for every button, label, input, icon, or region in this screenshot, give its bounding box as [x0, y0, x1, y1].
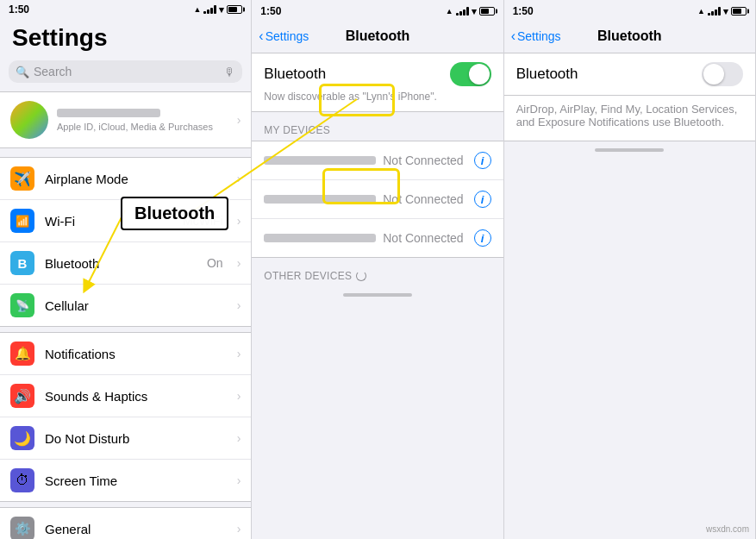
device-status-3: Not Connected [383, 231, 463, 245]
search-bar[interactable]: 🔍 Search 🎙 [0, 55, 251, 88]
nav-title-2: Bluetooth [346, 28, 410, 44]
device-info-btn-1[interactable]: i [474, 152, 491, 169]
bt-discoverable-text: Now discoverable as "Lynn's iPhone". [264, 91, 490, 103]
location-icon-2: ▲ [446, 7, 453, 16]
general-label: General [45, 522, 227, 536]
bt-toggle-row-off: Bluetooth [516, 62, 743, 86]
profile-subtitle: Apple ID, iCloud, Media & Purchases [57, 122, 228, 132]
device-row-3[interactable]: Not Connected i [252, 219, 503, 257]
search-input-wrap[interactable]: 🔍 Search 🎙 [9, 60, 242, 83]
cellular-label: Cellular [45, 298, 227, 313]
bt-toggle-row-on: Bluetooth [264, 62, 490, 86]
bt-toggle-label-off: Bluetooth [516, 66, 578, 83]
wifi-icon-3: ▾ [723, 6, 728, 17]
profile-name-blur [57, 109, 160, 117]
wifi-value: McWiFi [183, 214, 223, 228]
bluetooth-chevron: › [237, 256, 241, 270]
status-icons-3: ▲ ▾ [697, 6, 747, 17]
home-indicator-2 [252, 286, 503, 304]
device-info-btn-2[interactable]: i [474, 191, 491, 208]
bt-toggle-label-on: Bluetooth [264, 66, 326, 83]
notifications-label: Notifications [45, 347, 227, 361]
profile-row[interactable]: Apple ID, iCloud, Media & Purchases › [0, 91, 251, 148]
settings-item-wifi[interactable]: 📶 Wi-Fi McWiFi › [0, 200, 251, 242]
device-name-3 [264, 234, 376, 242]
other-devices-label: OTHER DEVICES [264, 270, 352, 282]
search-placeholder: Search [34, 65, 220, 78]
bluetooth-toggle-off[interactable] [702, 62, 743, 86]
settings-item-bluetooth[interactable]: B Bluetooth On › [0, 242, 251, 285]
airplane-label: Airplane Mode [45, 172, 227, 186]
settings-item-cellular[interactable]: 📡 Cellular › [0, 285, 251, 326]
settings-item-notifications[interactable]: 🔔 Notifications › [0, 333, 251, 375]
bt-off-description: AirDrop, AirPlay, Find My, Location Serv… [504, 96, 755, 141]
bluetooth-on-panel: 1:50 ▲ ▾ ‹ Settings Bluetooth Bluetooth [252, 0, 503, 539]
bluetooth-toggle-on[interactable] [450, 62, 491, 86]
location-icon-3: ▲ [697, 7, 705, 16]
home-indicator-3 [504, 141, 755, 159]
my-devices-label: MY DEVICES [264, 124, 330, 136]
screentime-icon: ⏱ [10, 468, 34, 492]
wifi-label: Wi-Fi [45, 214, 172, 229]
device-row-1[interactable]: Not Connected i [252, 141, 503, 180]
settings-group-network: ✈️ Airplane Mode › 📶 Wi-Fi McWiFi › B Bl… [0, 157, 251, 327]
wifi-chevron: › [237, 214, 241, 228]
battery-2 [479, 7, 495, 16]
sounds-label: Sounds & Haptics [45, 389, 227, 404]
settings-item-sounds[interactable]: 🔊 Sounds & Haptics › [0, 375, 251, 417]
dnd-chevron: › [237, 431, 241, 445]
nav-title-3: Bluetooth [597, 28, 662, 44]
sounds-icon: 🔊 [10, 384, 34, 408]
wifi-icon-1: ▾ [219, 4, 224, 16]
status-icons-2: ▲ ▾ [446, 6, 495, 17]
bt-toggle-section-on: Bluetooth Now discoverable as "Lynn's iP… [252, 53, 503, 112]
device-status-2: Not Connected [383, 192, 463, 206]
my-devices-header: MY DEVICES [252, 112, 503, 141]
cellular-icon: 📡 [10, 293, 34, 317]
status-bar-3: 1:50 ▲ ▾ [504, 0, 755, 21]
time-3: 1:50 [513, 5, 534, 17]
profile-info: Apple ID, iCloud, Media & Purchases [57, 109, 228, 132]
notifications-icon: 🔔 [10, 342, 34, 366]
bluetooth-off-panel: 1:50 ▲ ▾ ‹ Settings Bluetooth Bluetooth [504, 0, 756, 539]
screentime-chevron: › [237, 473, 241, 487]
search-icon: 🔍 [16, 66, 29, 78]
device-info-btn-3[interactable]: i [474, 229, 491, 247]
settings-item-dnd[interactable]: 🌙 Do Not Disturb › [0, 417, 251, 460]
signal-2 [456, 7, 469, 16]
bluetooth-label: Bluetooth [45, 256, 197, 271]
settings-group-general: ⚙️ General › [0, 507, 251, 539]
back-button-2[interactable]: ‹ Settings [259, 28, 309, 44]
mic-icon: 🎙 [224, 66, 235, 78]
device-status-1: Not Connected [383, 154, 463, 167]
cellular-chevron: › [237, 298, 241, 312]
bluetooth-icon: B [10, 251, 34, 275]
bluetooth-value: On [207, 256, 223, 270]
back-chevron-2: ‹ [259, 28, 263, 44]
settings-item-general[interactable]: ⚙️ General › [0, 508, 251, 539]
signal-1 [203, 5, 216, 14]
status-bar-2: 1:50 ▲ ▾ [252, 0, 503, 21]
airplane-icon: ✈️ [10, 166, 34, 191]
status-icons-1: ▲ ▾ [193, 4, 242, 16]
settings-title-bar: Settings [0, 17, 251, 55]
avatar [10, 101, 48, 139]
location-icon-1: ▲ [193, 5, 201, 14]
signal-3 [708, 7, 721, 16]
back-button-3[interactable]: ‹ Settings [511, 28, 561, 44]
back-chevron-3: ‹ [511, 28, 515, 44]
settings-item-screentime[interactable]: ⏱ Screen Time › [0, 460, 251, 501]
wifi-icon-2: ▾ [472, 6, 477, 17]
nav-header-2: ‹ Settings Bluetooth [252, 21, 503, 53]
settings-item-airplane[interactable]: ✈️ Airplane Mode › [0, 158, 251, 200]
device-name-1 [264, 156, 376, 165]
battery-1 [227, 5, 242, 14]
wifi-icon: 📶 [10, 209, 34, 233]
back-label-3: Settings [517, 29, 561, 43]
device-row-2[interactable]: Not Connected i [252, 180, 503, 219]
sounds-chevron: › [237, 389, 241, 403]
nav-header-3: ‹ Settings Bluetooth [504, 21, 755, 53]
settings-panel: 1:50 ▲ ▾ Settings 🔍 Search 🎙 [0, 0, 252, 539]
battery-3 [731, 7, 747, 16]
general-icon: ⚙️ [10, 517, 34, 539]
